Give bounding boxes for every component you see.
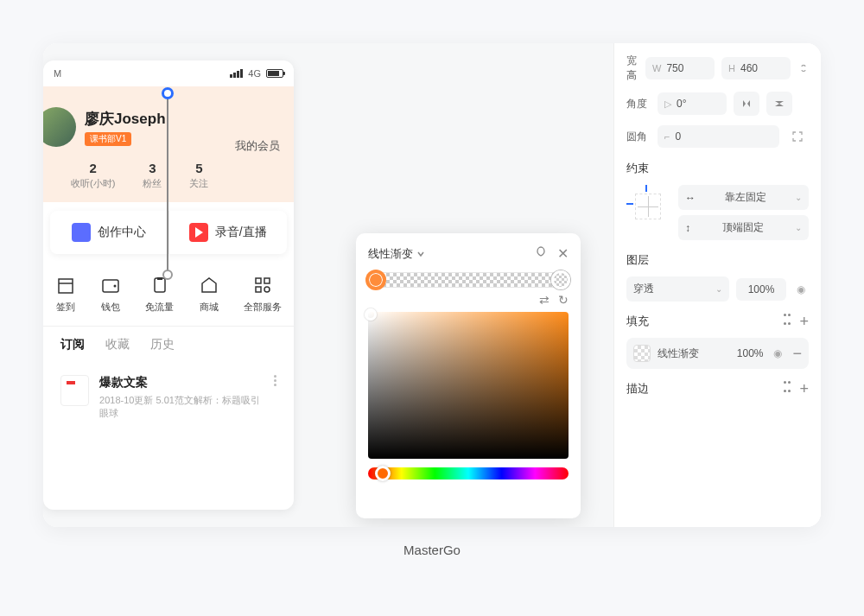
radius-label: 圆角 — [626, 130, 651, 144]
service-mall[interactable]: 商城 — [199, 275, 219, 314]
layer-opacity-input[interactable]: 100% — [736, 278, 786, 301]
angle-label: 角度 — [626, 97, 651, 111]
flip-horizontal-button[interactable] — [734, 92, 759, 116]
fill-section-title: 填充 + — [626, 314, 809, 329]
flip-vertical-button[interactable] — [766, 92, 792, 116]
service-all[interactable]: 全部服务 — [244, 275, 282, 314]
vip-badge: 课书部V1 — [85, 132, 131, 146]
fill-visibility-icon[interactable]: ◉ — [770, 347, 785, 359]
canvas[interactable]: M 4G 我的会员 廖庆Joseph 课书部V1 — [43, 43, 631, 527]
close-icon[interactable]: ✕ — [557, 245, 569, 262]
create-icon — [72, 223, 91, 242]
more-icon[interactable] — [274, 375, 276, 386]
svg-rect-0 — [59, 279, 73, 293]
gradient-stop-end[interactable] — [162, 270, 173, 280]
caption: MasterGo — [0, 543, 864, 557]
gradient-stop-start[interactable] — [162, 87, 174, 99]
sv-cursor[interactable] — [365, 308, 377, 321]
stroke-style-library-icon[interactable] — [784, 381, 791, 397]
service-wallet[interactable]: 钱包 — [100, 275, 121, 314]
style-library-icon[interactable] — [784, 314, 791, 329]
record-live-button[interactable]: 录音/直播 — [168, 211, 288, 254]
angle-input[interactable]: ▷0° — [658, 92, 727, 115]
size-label: 宽高 — [626, 54, 638, 83]
stat-fans[interactable]: 3 粉丝 — [143, 161, 162, 190]
stat-follow[interactable]: 5 关注 — [189, 161, 208, 190]
gradient-type-dropdown[interactable]: 线性渐变 — [368, 246, 425, 262]
svg-rect-5 — [157, 277, 162, 280]
gradient-stop-1[interactable] — [551, 270, 570, 289]
profile-section: 我的会员 廖庆Joseph 课书部V1 2 收听(小时) 3 粉丝 — [43, 86, 294, 202]
constraint-section-title: 约束 — [626, 161, 809, 176]
stat-listen[interactable]: 2 收听(小时) — [71, 161, 115, 190]
service-checkin[interactable]: 签到 — [55, 275, 76, 314]
layer-section-title: 图层 — [626, 252, 809, 268]
list-item[interactable]: 爆款文案 2018-10更新 5.01范文解析：标题吸引眼球 — [43, 363, 294, 432]
eyedropper-icon[interactable] — [535, 245, 547, 257]
content-tabs: 订阅 收藏 历史 — [43, 326, 294, 363]
blend-mode-select[interactable]: 穿透⌄ — [626, 276, 729, 302]
list-title: 爆款文案 — [99, 375, 264, 391]
stroke-section-title: 描边 + — [626, 381, 809, 397]
gradient-handle[interactable] — [162, 93, 168, 275]
gradient-stop-0[interactable] — [366, 270, 385, 289]
rotate-icon[interactable]: ↻ — [558, 293, 569, 307]
properties-panel: 宽高 W750 H460 角度 ▷0° 圆角 ⌐0 约束 ↔靠左固定⌄ ↕顶端固… — [613, 43, 821, 527]
link-size-icon[interactable] — [797, 56, 809, 80]
actions-card: 创作中心 录音/直播 — [50, 211, 287, 254]
svg-point-9 — [264, 287, 270, 292]
hue-cursor[interactable] — [375, 466, 391, 481]
remove-fill-icon[interactable]: − — [792, 346, 802, 361]
status-bar: M 4G — [43, 60, 294, 86]
member-link[interactable]: 我的会员 — [235, 138, 280, 154]
independent-corners-icon[interactable] — [786, 124, 809, 149]
battery-icon — [266, 69, 283, 78]
service-data[interactable]: 免流量 — [145, 275, 174, 314]
fill-entry[interactable]: 线性渐变 100% ◉ − — [626, 338, 809, 369]
swap-icon[interactable]: ⇄ — [539, 293, 550, 307]
height-input[interactable]: H460 — [721, 57, 791, 79]
svg-rect-6 — [256, 278, 261, 283]
svg-point-3 — [114, 285, 117, 288]
avatar[interactable] — [43, 107, 76, 147]
network-label: 4G — [248, 68, 261, 79]
gradient-stops-bar[interactable] — [368, 272, 569, 288]
svg-rect-4 — [155, 278, 165, 292]
saturation-value-picker[interactable] — [368, 312, 569, 459]
add-stroke-icon[interactable]: + — [799, 381, 809, 397]
hue-slider[interactable] — [368, 467, 569, 479]
list-thumbnail — [60, 375, 89, 406]
username: 廖庆Joseph — [85, 109, 166, 129]
tab-history[interactable]: 历史 — [150, 337, 175, 352]
visibility-icon[interactable]: ◉ — [793, 283, 809, 295]
radius-input[interactable]: ⌐0 — [658, 125, 779, 148]
constraint-diagram[interactable] — [626, 185, 670, 228]
svg-rect-8 — [256, 287, 261, 292]
constraint-h-select[interactable]: ↔靠左固定⌄ — [678, 185, 809, 210]
app-frame: M 4G 我的会员 廖庆Joseph 课书部V1 — [43, 43, 821, 527]
tab-subscribe[interactable]: 订阅 — [60, 337, 85, 352]
fill-swatch[interactable] — [633, 345, 651, 362]
record-icon — [189, 223, 208, 242]
tab-favorite[interactable]: 收藏 — [105, 337, 130, 352]
svg-rect-7 — [264, 278, 270, 283]
time-label: M — [54, 68, 61, 79]
mobile-preview: M 4G 我的会员 廖庆Joseph 课书部V1 — [43, 60, 294, 510]
color-picker-panel: 线性渐变 ✕ ⇄ ↻ — [356, 233, 581, 518]
chevron-down-icon — [416, 250, 425, 258]
create-center-button[interactable]: 创作中心 — [50, 211, 168, 254]
constraint-v-select[interactable]: ↕顶端固定⌄ — [678, 215, 809, 240]
list-subtitle: 2018-10更新 5.01范文解析：标题吸引眼球 — [99, 394, 264, 420]
add-fill-icon[interactable]: + — [799, 314, 809, 329]
width-input[interactable]: W750 — [645, 57, 715, 79]
signal-icon — [230, 69, 243, 78]
